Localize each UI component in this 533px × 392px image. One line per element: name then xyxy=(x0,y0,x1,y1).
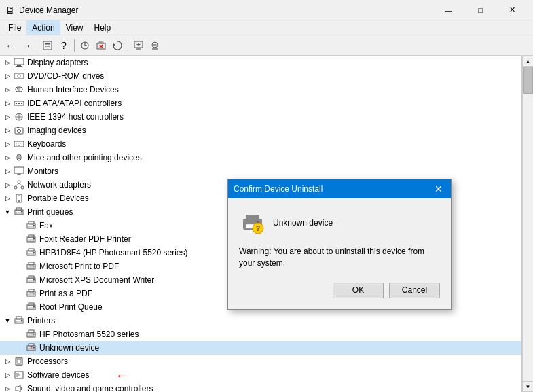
dialog-device-row: ? Unknown device xyxy=(239,209,440,236)
confirm-uninstall-dialog: Confirm Device Uninstall ✕ ? xyxy=(227,179,452,310)
svg-text:?: ? xyxy=(256,225,260,232)
dialog-title-bar: Confirm Device Uninstall ✕ xyxy=(228,179,451,198)
dialog-title: Confirm Device Uninstall xyxy=(234,184,323,194)
svg-rect-122 xyxy=(246,215,259,220)
unknown-device-svg: ? xyxy=(240,211,265,235)
dialog-cancel-button[interactable]: Cancel xyxy=(389,283,440,298)
dialog-ok-button[interactable]: OK xyxy=(333,283,384,298)
dialog-overlay: Confirm Device Uninstall ✕ ? xyxy=(0,0,533,392)
dialog-buttons: OK Cancel xyxy=(239,283,440,298)
dialog-device-icon: ? xyxy=(239,209,266,236)
dialog-warning: Warning: You are about to uninstall this… xyxy=(239,246,440,269)
dialog-close-button[interactable]: ✕ xyxy=(432,182,445,196)
dialog-body: ? Unknown device Warning: You are about … xyxy=(228,198,451,309)
dialog-device-name: Unknown device xyxy=(273,218,333,228)
